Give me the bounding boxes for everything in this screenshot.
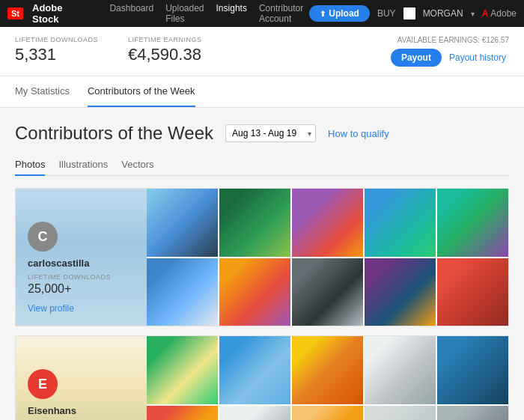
section-header: Contributors of the Week Aug 13 - Aug 19… xyxy=(15,123,509,144)
contributor-image xyxy=(437,406,508,421)
contributor-downloads-value: 25,000+ xyxy=(28,282,135,296)
contributor-image xyxy=(219,336,290,404)
contributor-image xyxy=(365,258,436,326)
stats-right: AVAILABLE EARNINGS: AVAILABLE EARNINGS: … xyxy=(391,36,509,67)
contributor-image xyxy=(219,189,290,257)
contributor-card: C carloscastilla LIFETIME DOWNLOADS 25,0… xyxy=(15,188,509,326)
contributor-image xyxy=(147,406,218,421)
date-range-wrapper: Aug 13 - Aug 19 xyxy=(225,124,316,142)
main-tabs: My Statistics Contributors of the Week xyxy=(0,76,524,108)
contributor-image xyxy=(365,189,436,257)
tab-illustrations[interactable]: Illustrations xyxy=(58,154,108,176)
tab-photos[interactable]: Photos xyxy=(15,154,45,176)
lifetime-earnings-value: €4,590.38 xyxy=(128,45,202,64)
avatar: E xyxy=(28,369,58,399)
contributor-images xyxy=(147,189,508,326)
lifetime-downloads-label: LIFETIME DOWNLOADS xyxy=(15,36,98,43)
tab-my-statistics[interactable]: My Statistics xyxy=(15,76,70,107)
contributor-image xyxy=(147,189,218,257)
contributor-name: Eisenhans xyxy=(28,405,135,416)
contributor-image xyxy=(147,336,218,404)
nav-contributor-account[interactable]: Contributor Account xyxy=(259,3,303,24)
tab-vectors[interactable]: Vectors xyxy=(121,154,153,176)
contributor-image xyxy=(365,336,436,404)
lifetime-downloads-stat: LIFETIME DOWNLOADS 5,331 xyxy=(15,36,98,64)
contributor-image xyxy=(292,258,363,326)
payout-history-button[interactable]: Payout history xyxy=(446,49,509,67)
contributor-image xyxy=(437,189,508,257)
lifetime-downloads-value: 5,331 xyxy=(15,45,98,64)
adobe-logo: St xyxy=(7,7,23,19)
contributor-images xyxy=(147,336,508,420)
avatar: C xyxy=(28,222,58,252)
chevron-down-icon: ▾ xyxy=(471,10,475,18)
nav-dashboard[interactable]: Dashboard xyxy=(109,3,153,24)
lifetime-earnings-label: LIFETIME EARNINGS xyxy=(128,36,202,43)
contributor-name: carloscastilla xyxy=(28,258,135,269)
available-earnings-label: AVAILABLE EARNINGS: AVAILABLE EARNINGS: … xyxy=(397,36,509,44)
how-to-qualify-link[interactable]: How to qualify xyxy=(328,128,389,139)
contributor-image xyxy=(292,406,363,421)
payout-buttons: Payout Payout history xyxy=(391,49,509,67)
page-title: Contributors of the Week xyxy=(15,123,213,144)
lifetime-earnings-stat: LIFETIME EARNINGS €4,590.38 xyxy=(128,36,202,64)
date-range-dropdown[interactable]: Aug 13 - Aug 19 xyxy=(225,124,316,142)
nav-uploaded-files[interactable]: Uploaded Files xyxy=(165,3,204,24)
nav-buy[interactable]: BUY xyxy=(377,8,396,19)
contributor-image xyxy=(365,406,436,421)
nav-adobe: A Adobe xyxy=(482,8,517,19)
contributor-image xyxy=(219,406,290,421)
upload-button[interactable]: ⬆ Upload xyxy=(309,5,370,22)
nav-color-swatch xyxy=(403,7,415,19)
stats-bar: LIFETIME DOWNLOADS 5,331 LIFETIME EARNIN… xyxy=(0,27,524,76)
view-profile-button[interactable]: View profile xyxy=(28,303,135,314)
contributor-image xyxy=(219,258,290,326)
nav-insights[interactable]: Insights xyxy=(216,3,247,24)
contributor-image xyxy=(292,189,363,257)
page-content: Contributors of the Week Aug 13 - Aug 19… xyxy=(0,108,524,420)
nav-user[interactable]: MORGAN xyxy=(423,8,463,19)
upload-icon: ⬆ xyxy=(320,10,326,18)
contributor-card: E Eisenhans LIFETIME DOWNLOADS 25,000+ V… xyxy=(15,335,509,420)
contributor-image xyxy=(437,258,508,326)
navigation: St Adobe Stock Dashboard Uploaded Files … xyxy=(0,0,524,27)
contributor-info: E Eisenhans LIFETIME DOWNLOADS 25,000+ V… xyxy=(16,336,147,420)
contributor-info: C carloscastilla LIFETIME DOWNLOADS 25,0… xyxy=(16,189,147,326)
adobe-icon: A xyxy=(482,8,489,19)
brand-name: Adobe Stock xyxy=(32,2,91,25)
contributor-image xyxy=(292,336,363,404)
contributor-image xyxy=(437,336,508,404)
contributor-downloads-label: LIFETIME DOWNLOADS xyxy=(28,273,135,281)
nav-right: ⬆ Upload BUY MORGAN ▾ A Adobe xyxy=(309,5,517,22)
contributor-image xyxy=(147,258,218,326)
payout-button[interactable]: Payout xyxy=(391,49,442,67)
tab-contributors-week[interactable]: Contributors of the Week xyxy=(88,76,195,107)
nav-links: Dashboard Uploaded Files Insights Contri… xyxy=(109,3,303,24)
sub-tabs: Photos Illustrations Vectors xyxy=(15,154,509,176)
